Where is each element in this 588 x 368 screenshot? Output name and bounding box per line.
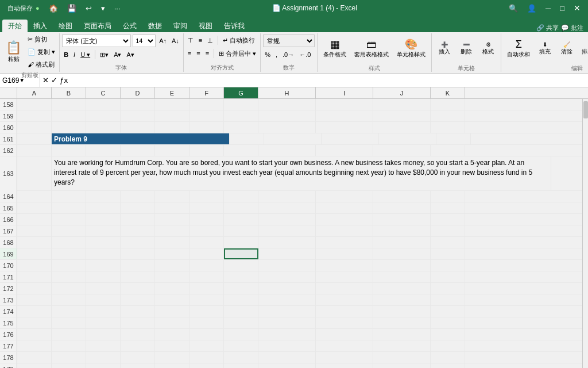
cell-159-h[interactable] (258, 110, 316, 121)
paste-btn[interactable]: 📋 粘贴 (2, 37, 25, 67)
cut-btn[interactable]: ✂ 剪切 (26, 33, 57, 45)
cell-159-j[interactable] (373, 110, 431, 121)
cell-158-f[interactable] (189, 99, 224, 110)
cell-162-a[interactable] (17, 145, 52, 156)
border-btn[interactable]: ⊞▾ (98, 49, 110, 60)
col-header-b[interactable]: B (52, 87, 86, 98)
align-bottom-btn[interactable]: ⊥ (206, 34, 215, 46)
increase-font-btn[interactable]: A↑ (157, 35, 168, 47)
copy-btn[interactable]: 📄 复制 ▾ (26, 46, 57, 57)
italic-btn[interactable]: I (72, 49, 77, 60)
cell-160-d[interactable] (121, 122, 155, 133)
col-header-e[interactable]: E (155, 87, 189, 98)
cell-160-b[interactable] (52, 122, 86, 133)
cell-159-e[interactable] (155, 110, 189, 121)
cell-160-a[interactable] (17, 122, 52, 133)
cell-162-d[interactable] (121, 145, 155, 156)
cell-160-j[interactable] (373, 122, 431, 133)
col-header-a[interactable]: A (17, 87, 52, 98)
wrap-text-btn[interactable]: ↵ 自动换行 (221, 34, 257, 46)
cell-162-i[interactable] (316, 145, 373, 156)
undo-btn[interactable]: ↩ (83, 3, 95, 14)
cell-159-b[interactable] (52, 110, 86, 121)
align-left-btn[interactable]: ≡ (186, 48, 193, 59)
cell-158-a[interactable] (17, 99, 52, 110)
align-right-btn[interactable]: ≡ (204, 48, 211, 59)
formula-input[interactable] (70, 76, 588, 85)
cell-164-c[interactable] (86, 191, 121, 202)
col-header-j[interactable]: J (373, 87, 431, 98)
cell-162-c[interactable] (86, 145, 121, 156)
close-btn[interactable]: ✕ (571, 2, 583, 14)
cell-159-g[interactable] (224, 110, 258, 121)
align-top-btn[interactable]: ⊤ (186, 34, 195, 46)
cell-159-k[interactable] (431, 110, 465, 121)
cell-158-h[interactable] (258, 99, 316, 110)
tab-start[interactable]: 开始 (2, 20, 28, 32)
home-btn[interactable]: 🏠 (46, 3, 61, 14)
increase-decimal-btn[interactable]: .0→ (281, 49, 296, 60)
format-btn[interactable]: ⚙ 格式 (478, 33, 498, 63)
cell-styles-btn[interactable]: 🎨 单元格样式 (393, 33, 429, 63)
cell-164-g[interactable] (224, 191, 258, 202)
account-btn[interactable]: 👤 (524, 3, 539, 14)
conditional-format-btn[interactable]: ▦ 条件格式 (320, 33, 350, 63)
save-btn[interactable]: 💾 (64, 3, 79, 14)
cell-162-g[interactable] (224, 145, 258, 156)
font-name-select[interactable]: 宋体 (正文) (62, 34, 131, 47)
table-format-btn[interactable]: 🗃 套用表格格式 (351, 33, 392, 63)
more-btn[interactable]: ··· (111, 3, 123, 14)
insert-function-btn[interactable]: ƒx (60, 76, 68, 85)
cell-159-d[interactable] (121, 110, 155, 121)
cell-158-b[interactable] (52, 99, 86, 110)
cell-165-b[interactable] (52, 202, 86, 213)
selected-cell-g169[interactable] (224, 248, 258, 259)
cell-162-h[interactable] (258, 145, 316, 156)
autosum-btn[interactable]: Σ 自动求和 (504, 33, 533, 63)
col-header-h[interactable]: H (258, 87, 316, 98)
underline-btn[interactable]: U ▾ (79, 49, 92, 60)
font-size-select[interactable]: 14 (133, 34, 156, 47)
cell-164-i[interactable] (316, 191, 373, 202)
cell-164-a[interactable] (17, 191, 52, 202)
cell-165-g[interactable] (224, 202, 258, 213)
comma-btn[interactable]: , (274, 49, 279, 60)
minimize-btn[interactable]: ─ (543, 3, 554, 14)
cell-158-c[interactable] (86, 99, 121, 110)
tab-review[interactable]: 审阅 (168, 20, 193, 32)
cell-165-h[interactable] (258, 202, 316, 213)
cell-159-i[interactable] (316, 110, 373, 121)
vertical-scrollbar[interactable] (582, 99, 588, 368)
fill-btn[interactable]: ⬇ 填充 (535, 33, 555, 63)
cell-165-j[interactable] (373, 202, 431, 213)
cell-160-k[interactable] (431, 122, 465, 133)
cell-165-c[interactable] (86, 202, 121, 213)
format-painter-btn[interactable]: 🖌 格式刷 (26, 59, 57, 70)
comments-btn[interactable]: 💬 批注 (561, 24, 583, 32)
col-header-i[interactable]: I (316, 87, 373, 98)
scroll-thumb[interactable] (583, 101, 588, 118)
cell-159-c[interactable] (86, 110, 121, 121)
cell-161-k[interactable] (436, 133, 471, 144)
col-header-f[interactable]: F (189, 87, 224, 98)
cell-158-e[interactable] (155, 99, 189, 110)
cell-159-f[interactable] (189, 110, 224, 121)
cell-160-f[interactable] (189, 122, 224, 133)
decrease-decimal-btn[interactable]: ←.0 (297, 49, 312, 60)
cell-161-j[interactable] (379, 133, 436, 144)
cell-166-a[interactable] (17, 214, 52, 225)
cell-164-f[interactable] (189, 191, 224, 202)
cell-165-f[interactable] (189, 202, 224, 213)
col-header-d[interactable]: D (121, 87, 155, 98)
cell-162-k[interactable] (431, 145, 465, 156)
percent-btn[interactable]: % (263, 49, 272, 60)
cell-165-d[interactable] (121, 202, 155, 213)
col-header-k[interactable]: K (431, 87, 465, 98)
confirm-formula-btn[interactable]: ✓ (51, 76, 57, 85)
search-btn[interactable]: 🔍 (506, 3, 521, 14)
cell-161-b-problem[interactable]: Problem 9 (52, 133, 230, 144)
number-format-select[interactable]: 常规 (263, 34, 315, 47)
cancel-formula-btn[interactable]: ✕ (42, 76, 49, 85)
col-header-g[interactable]: G (224, 87, 258, 98)
spreadsheet-grid[interactable]: 158 159 (0, 99, 588, 368)
